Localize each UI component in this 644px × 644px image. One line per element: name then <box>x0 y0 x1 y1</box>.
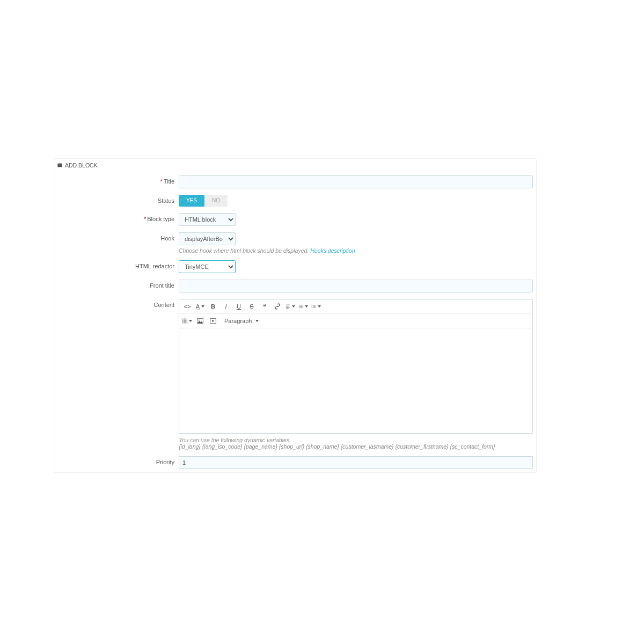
paragraph-dropdown[interactable]: Paragraph <box>221 316 262 326</box>
row-content: Content <> A B I U S ❝ <box>54 296 536 453</box>
status-no[interactable]: NO <box>204 195 228 207</box>
italic-icon[interactable]: I <box>221 302 231 311</box>
priority-input[interactable] <box>179 456 533 469</box>
svg-point-0 <box>299 305 299 305</box>
svg-rect-6 <box>183 319 187 323</box>
link-icon[interactable] <box>273 302 282 311</box>
strikethrough-icon[interactable]: S <box>247 302 257 311</box>
row-title: *Title <box>54 172 536 192</box>
bold-icon[interactable]: B <box>208 302 218 311</box>
svg-point-8 <box>199 320 200 321</box>
title-input[interactable] <box>179 175 533 188</box>
numbered-list-icon[interactable]: 123 <box>311 302 321 311</box>
hooks-description-link[interactable]: Hooks description <box>310 247 355 254</box>
book-icon <box>57 163 63 169</box>
row-status: Status YES NO <box>54 192 536 210</box>
source-code-icon[interactable]: <> <box>182 302 192 311</box>
add-block-panel: ADD BLOCK *Title Status YES NO *Block ty… <box>54 158 537 473</box>
label-status: Status <box>54 195 179 204</box>
svg-text:3: 3 <box>312 306 313 309</box>
media-icon[interactable] <box>208 316 218 326</box>
row-html-redactor: HTML redactor TinyMCE <box>54 257 536 276</box>
label-front-title: Front title <box>54 280 179 289</box>
blockquote-icon[interactable]: ❝ <box>260 302 269 311</box>
align-icon[interactable] <box>286 302 295 311</box>
block-type-select[interactable]: HTML block <box>179 213 236 226</box>
bullet-list-icon[interactable] <box>298 302 308 311</box>
svg-point-2 <box>299 308 299 308</box>
editor-body[interactable] <box>179 328 532 433</box>
svg-point-1 <box>299 306 299 306</box>
image-icon[interactable] <box>195 316 205 326</box>
label-title: *Title <box>54 175 179 185</box>
hook-helper: Choose hook where html block should be d… <box>179 247 533 254</box>
required-marker: * <box>144 216 146 222</box>
vars-list: {id_lang} {lang_iso_code} {page_name} {s… <box>179 443 533 450</box>
required-marker: * <box>160 178 162 185</box>
front-title-input[interactable] <box>179 280 533 292</box>
table-icon[interactable] <box>182 316 192 326</box>
panel-header: ADD BLOCK <box>54 159 536 172</box>
editor-toolbar-row1: <> A B I U S ❝ <box>179 299 532 314</box>
text-color-icon[interactable]: A <box>195 302 205 311</box>
vars-intro: You can use the following dynamic variab… <box>179 437 533 443</box>
row-block-type: *Block type HTML block <box>54 210 536 229</box>
tinymce-editor: <> A B I U S ❝ <box>179 299 533 434</box>
label-priority: Priority <box>54 456 179 465</box>
editor-toolbar-row2: Paragraph <box>179 314 532 328</box>
status-toggle[interactable]: YES NO <box>179 195 228 207</box>
row-hook: Hook displayAfterBodyOpeningTag Choose h… <box>54 229 536 257</box>
label-content: Content <box>54 299 179 308</box>
hook-select[interactable]: displayAfterBodyOpeningTag <box>179 232 236 245</box>
status-yes[interactable]: YES <box>179 195 204 207</box>
row-front-title: Front title <box>54 276 536 296</box>
panel-title: ADD BLOCK <box>65 162 98 169</box>
label-block-type: *Block type <box>54 213 179 222</box>
label-html-redactor: HTML redactor <box>54 260 179 269</box>
label-hook: Hook <box>54 232 179 241</box>
row-priority: Priority <box>54 453 536 472</box>
underline-icon[interactable]: U <box>234 302 244 311</box>
html-redactor-select[interactable]: TinyMCE <box>179 260 236 273</box>
